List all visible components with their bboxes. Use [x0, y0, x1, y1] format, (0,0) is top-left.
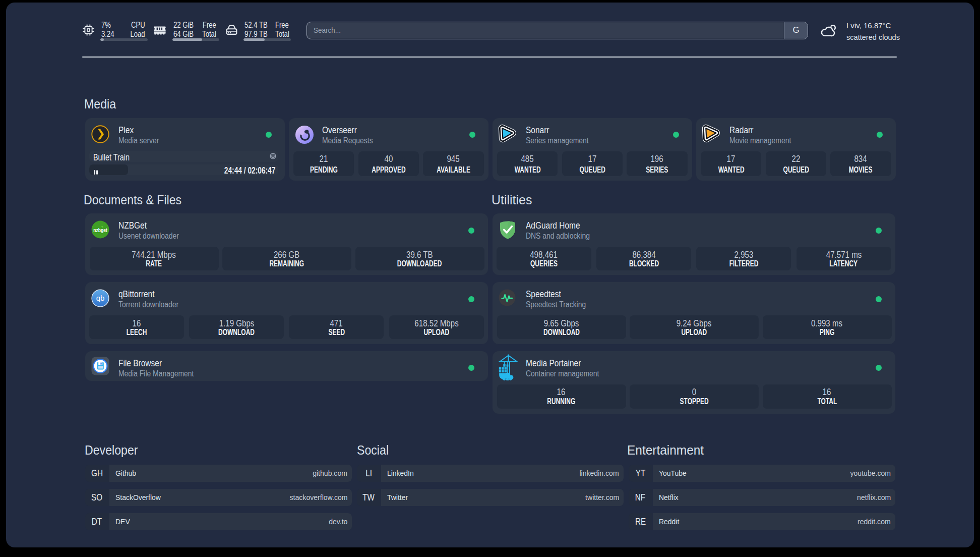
- svg-text:nzbget: nzbget: [93, 227, 107, 233]
- svg-text:qb: qb: [96, 294, 105, 302]
